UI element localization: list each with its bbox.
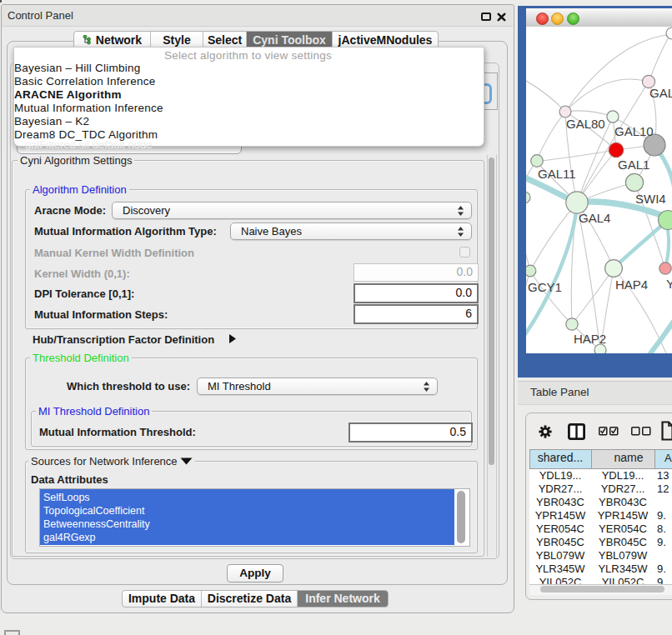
svg-text:GCY1: GCY1 — [528, 280, 562, 294]
svg-text:HAP4: HAP4 — [615, 278, 648, 292]
svg-text:GAL10: GAL10 — [614, 124, 654, 138]
svg-text:HAP2: HAP2 — [574, 332, 606, 346]
svg-text:SWI4: SWI4 — [635, 192, 666, 206]
svg-text:GAL11: GAL11 — [538, 167, 576, 181]
svg-text:GAL: GAL — [649, 86, 672, 100]
svg-text:GAL4: GAL4 — [579, 211, 610, 225]
svg-text:Y: Y — [666, 277, 672, 291]
svg-text:GAL1: GAL1 — [618, 158, 649, 172]
svg-text:GAL80: GAL80 — [566, 117, 605, 131]
